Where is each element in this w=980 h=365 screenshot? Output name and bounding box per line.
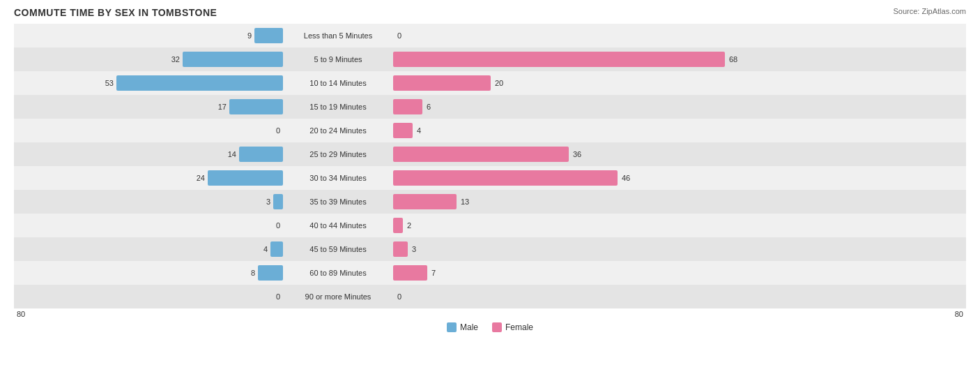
right-bar-section: 3 [390, 237, 822, 261]
female-bar [393, 241, 408, 257]
left-bar-section: 0 [14, 285, 286, 308]
male-value-label: 4 [263, 245, 268, 253]
left-bar-section: 0 [14, 119, 286, 142]
female-value-label: 68 [729, 55, 737, 64]
male-bar [183, 52, 283, 67]
row-label: 35 to 39 Minutes [286, 198, 390, 206]
row-label: 40 to 44 Minutes [286, 221, 390, 230]
bar-row: 2430 to 34 Minutes46 [14, 166, 966, 190]
axis-min-label: 80 [17, 310, 25, 318]
left-bar-section: 8 [14, 261, 286, 285]
male-value-label: 9 [247, 31, 252, 40]
female-value-label: 0 [397, 292, 401, 301]
axis-labels: 80 80 [14, 310, 966, 318]
female-value-label: 46 [622, 174, 630, 182]
female-bar [393, 75, 491, 91]
male-bar [229, 99, 283, 114]
chart-container: COMMUTE TIME BY SEX IN TOMBSTONE Source:… [0, 0, 980, 365]
row-label: 60 to 89 Minutes [286, 269, 390, 277]
male-value-label: 0 [276, 292, 280, 301]
female-bar [393, 52, 725, 67]
male-bar [270, 241, 283, 257]
right-bar-section: 0 [390, 285, 822, 308]
bar-row: 9Less than 5 Minutes0 [14, 24, 966, 47]
male-value-label: 24 [197, 174, 205, 182]
right-bar-section: 0 [390, 24, 822, 47]
female-value-label: 13 [461, 198, 469, 206]
row-label: 25 to 29 Minutes [286, 150, 390, 158]
right-bar-section: 7 [390, 261, 822, 285]
female-bar [393, 170, 618, 186]
male-value-label: 0 [276, 126, 280, 135]
right-bar-section: 13 [390, 190, 822, 214]
female-bar [393, 265, 427, 281]
female-value-label: 3 [412, 245, 416, 253]
bar-row: 040 to 44 Minutes2 [14, 214, 966, 237]
bar-row: 1425 to 29 Minutes36 [14, 142, 966, 166]
male-bar [273, 194, 283, 209]
row-label: 20 to 24 Minutes [286, 126, 390, 135]
left-bar-section: 4 [14, 237, 286, 261]
female-value-label: 7 [431, 269, 436, 277]
female-value-label: 36 [573, 150, 581, 158]
right-bar-section: 46 [390, 166, 822, 190]
bar-row: 445 to 59 Minutes3 [14, 237, 966, 261]
source-text: Source: ZipAtlas.com [893, 7, 966, 15]
bar-row: 860 to 89 Minutes7 [14, 261, 966, 285]
male-bar [116, 75, 283, 91]
left-bar-section: 53 [14, 71, 286, 95]
female-bar [393, 123, 413, 138]
female-bar [393, 147, 569, 162]
row-label: 45 to 59 Minutes [286, 245, 390, 253]
female-value-label: 0 [397, 31, 401, 40]
right-bar-section: 68 [390, 47, 822, 71]
female-label: Female [505, 322, 533, 332]
left-bar-section: 0 [14, 214, 286, 237]
male-value-label: 17 [218, 103, 227, 111]
row-label: 10 to 14 Minutes [286, 79, 390, 87]
legend: Male Female [14, 322, 966, 332]
female-bar [393, 218, 403, 233]
legend-female: Female [492, 322, 533, 332]
bar-row: 325 to 9 Minutes68 [14, 47, 966, 71]
male-value-label: 0 [276, 221, 280, 230]
female-value-label: 20 [495, 79, 503, 87]
male-value-label: 53 [105, 79, 114, 87]
bar-row: 090 or more Minutes0 [14, 285, 966, 308]
bar-row: 335 to 39 Minutes13 [14, 190, 966, 214]
female-bar [393, 194, 457, 209]
right-bar-section: 4 [390, 119, 822, 142]
axis-max-label: 80 [955, 310, 963, 318]
chart-title: COMMUTE TIME BY SEX IN TOMBSTONE [14, 7, 966, 18]
row-label: Less than 5 Minutes [286, 31, 390, 40]
female-value-label: 6 [427, 103, 431, 111]
female-value-label: 2 [407, 221, 411, 230]
male-value-label: 8 [251, 269, 255, 277]
male-label: Male [460, 322, 478, 332]
right-bar-section: 36 [390, 142, 822, 166]
right-bar-section: 20 [390, 71, 822, 95]
male-value-label: 14 [228, 150, 236, 158]
male-value-label: 32 [171, 55, 180, 64]
chart-body: 9Less than 5 Minutes0325 to 9 Minutes685… [14, 24, 966, 308]
bar-row: 020 to 24 Minutes4 [14, 119, 966, 142]
legend-male: Male [447, 322, 478, 332]
male-bar [208, 170, 283, 186]
male-bar [239, 147, 283, 162]
female-bar [393, 99, 422, 114]
left-bar-section: 24 [14, 166, 286, 190]
row-label: 90 or more Minutes [286, 292, 390, 301]
male-value-label: 3 [266, 198, 270, 206]
left-bar-section: 14 [14, 142, 286, 166]
left-bar-section: 17 [14, 95, 286, 119]
right-bar-section: 6 [390, 95, 822, 119]
row-label: 5 to 9 Minutes [286, 55, 390, 64]
row-label: 30 to 34 Minutes [286, 174, 390, 182]
right-bar-section: 2 [390, 214, 822, 237]
left-bar-section: 32 [14, 47, 286, 71]
male-color-box [447, 322, 457, 332]
male-bar [254, 28, 283, 43]
female-value-label: 4 [417, 126, 421, 135]
row-label: 15 to 19 Minutes [286, 103, 390, 111]
female-color-box [492, 322, 502, 332]
